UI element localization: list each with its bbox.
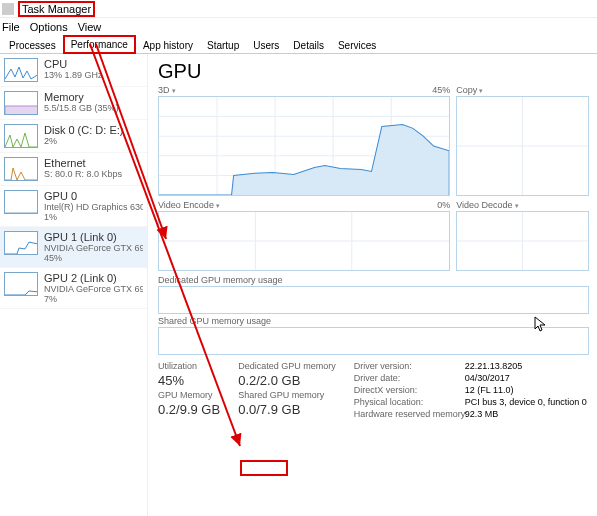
tab-performance[interactable]: Performance	[63, 35, 136, 54]
chart-decode-label[interactable]: Video Decode	[456, 200, 518, 210]
app-icon	[2, 3, 14, 15]
thumb-disk	[4, 124, 38, 148]
sidebar-item-cpu[interactable]: CPU13% 1.89 GHz	[0, 54, 147, 87]
tabbar: Processes Performance App history Startu…	[0, 36, 597, 54]
hwres-v: 92.3 MB	[465, 409, 499, 419]
chart-encode-value: 0%	[437, 200, 450, 210]
thumb-gpu2	[4, 272, 38, 296]
sidebar-item-gpu2[interactable]: GPU 2 (Link 0)NVIDIA GeForce GTX 6907%	[0, 268, 147, 309]
svg-rect-0	[5, 106, 37, 114]
stat-gpumem-label: GPU Memory	[158, 390, 220, 400]
tab-startup[interactable]: Startup	[200, 37, 246, 53]
chart-video-decode: Video Decode	[456, 200, 589, 271]
sidebar-label: GPU 1 (Link 0)	[44, 231, 143, 243]
chart-3d-value: 45%	[432, 85, 450, 95]
app-title: Task Manager	[18, 1, 95, 17]
stat-dedmem-label: Dedicated GPU memory	[238, 361, 336, 371]
sidebar: CPU13% 1.89 GHz Memory5.5/15.8 GB (35%) …	[0, 54, 148, 516]
sidebar-sub: S: 80.0 R: 8.0 Kbps	[44, 169, 143, 179]
chart-3d-area	[158, 96, 450, 196]
stats-right: Driver version:22.21.13.8205 Driver date…	[354, 361, 587, 419]
main-panel: GPU 3D45% Copy	[148, 54, 597, 516]
sidebar-label: GPU 2 (Link 0)	[44, 272, 143, 284]
chart-3d: 3D45%	[158, 85, 450, 196]
physloc-v: PCI bus 3, device 0, function 0	[465, 397, 587, 407]
sidebar-sub: 5.5/15.8 GB (35%)	[44, 103, 143, 113]
dedicated-mem-label: Dedicated GPU memory usage	[158, 275, 589, 285]
chart-copy-area	[456, 96, 589, 196]
sidebar-label: Disk 0 (C: D: E:)	[44, 124, 143, 136]
page-title: GPU	[158, 60, 589, 83]
tab-app-history[interactable]: App history	[136, 37, 200, 53]
stat-utilization-value: 45%	[158, 373, 220, 388]
sidebar-item-memory[interactable]: Memory5.5/15.8 GB (35%)	[0, 87, 147, 120]
chart-encode-label[interactable]: Video Encode	[158, 200, 220, 210]
chart-encode-area	[158, 211, 450, 271]
shared-mem-chart	[158, 327, 589, 355]
sidebar-item-ethernet[interactable]: EthernetS: 80.0 R: 8.0 Kbps	[0, 153, 147, 186]
menu-view[interactable]: View	[78, 21, 102, 33]
tab-details[interactable]: Details	[286, 37, 331, 53]
sidebar-item-gpu0[interactable]: GPU 0Intel(R) HD Graphics 6301%	[0, 186, 147, 227]
sidebar-sub: 2%	[44, 136, 143, 146]
stat-dedmem-value: 0.2/2.0 GB	[238, 373, 336, 388]
sidebar-sub: Intel(R) HD Graphics 630	[44, 202, 143, 212]
tab-users[interactable]: Users	[246, 37, 286, 53]
stats-left: Utilization 45% GPU Memory 0.2/9.9 GB	[158, 361, 220, 419]
sidebar-label: GPU 0	[44, 190, 143, 202]
menubar: File Options View	[0, 18, 597, 36]
menu-file[interactable]: File	[2, 21, 20, 33]
driver-date-v: 04/30/2017	[465, 373, 510, 383]
sidebar-item-gpu1[interactable]: GPU 1 (Link 0)NVIDIA GeForce GTX 69045%	[0, 227, 147, 268]
stat-shmem-value: 0.0/7.9 GB	[238, 402, 336, 417]
stat-utilization-label: Utilization	[158, 361, 220, 371]
sidebar-sub2: 1%	[44, 212, 143, 222]
chart-decode-area	[456, 211, 589, 271]
titlebar: Task Manager	[0, 0, 597, 18]
stat-shmem-label: Shared GPU memory	[238, 390, 336, 400]
directx-v: 12 (FL 11.0)	[465, 385, 514, 395]
tab-services[interactable]: Services	[331, 37, 383, 53]
thumb-memory	[4, 91, 38, 115]
hwres-k: Hardware reserved memory:	[354, 409, 459, 419]
sidebar-label: Ethernet	[44, 157, 143, 169]
sidebar-sub: 13% 1.89 GHz	[44, 70, 143, 80]
sidebar-sub: NVIDIA GeForce GTX 690	[44, 243, 143, 253]
thumb-cpu	[4, 58, 38, 82]
stats-area: Utilization 45% GPU Memory 0.2/9.9 GB De…	[158, 361, 589, 419]
sidebar-sub2: 45%	[44, 253, 143, 263]
chart-copy: Copy	[456, 85, 589, 196]
driver-version-v: 22.21.13.8205	[465, 361, 523, 371]
driver-version-k: Driver version:	[354, 361, 459, 371]
sidebar-sub2: 7%	[44, 294, 143, 304]
sidebar-sub: NVIDIA GeForce GTX 690	[44, 284, 143, 294]
driver-date-k: Driver date:	[354, 373, 459, 383]
dedicated-mem-chart	[158, 286, 589, 314]
sidebar-label: Memory	[44, 91, 143, 103]
sidebar-label: CPU	[44, 58, 143, 70]
directx-k: DirectX version:	[354, 385, 459, 395]
chart-copy-label[interactable]: Copy	[456, 85, 483, 95]
sidebar-item-disk[interactable]: Disk 0 (C: D: E:)2%	[0, 120, 147, 153]
stat-gpumem-value: 0.2/9.9 GB	[158, 402, 220, 417]
tab-processes[interactable]: Processes	[2, 37, 63, 53]
menu-options[interactable]: Options	[30, 21, 68, 33]
stats-mid: Dedicated GPU memory 0.2/2.0 GB Shared G…	[238, 361, 336, 419]
shared-mem-label: Shared GPU memory usage	[158, 316, 589, 326]
chart-video-encode: Video Encode0%	[158, 200, 450, 271]
mouse-cursor-icon	[534, 316, 548, 334]
physloc-k: Physical location:	[354, 397, 459, 407]
thumb-gpu1	[4, 231, 38, 255]
thumb-ethernet	[4, 157, 38, 181]
thumb-gpu0	[4, 190, 38, 214]
chart-3d-label[interactable]: 3D	[158, 85, 176, 95]
